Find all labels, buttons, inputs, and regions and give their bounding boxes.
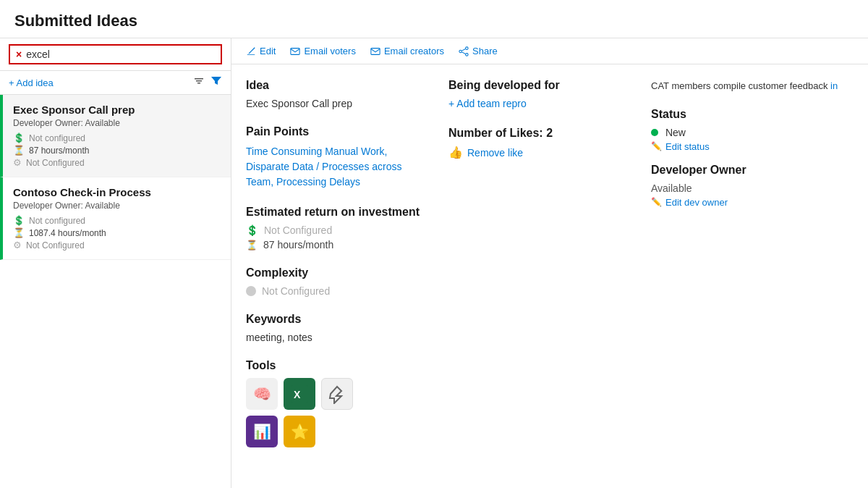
being-developed-section: Being developed for + Add team repro [448, 79, 629, 109]
roi-hours-value: 87 hours/month [263, 239, 333, 251]
roi-icon-1: 💲 [13, 132, 25, 143]
search-bar: × excel [0, 38, 231, 71]
keywords-label: Keywords [246, 313, 427, 326]
right-panel: Edit Email voters Email creators Share [231, 38, 868, 488]
email-creators-button[interactable]: Email creators [370, 46, 444, 56]
svg-point-4 [466, 53, 469, 56]
page-header: Submitted Ideas [0, 0, 868, 38]
tools-row-2: 📊 ⭐ [246, 416, 315, 447]
tool-brain-icon: 🧠 [246, 378, 278, 410]
search-value: excel [26, 49, 215, 60]
meta-hours-1: ⏳ 87 hours/month [13, 145, 221, 156]
edit-status-label: Edit status [665, 141, 710, 152]
complexity-circle-icon [246, 286, 256, 296]
status-value-text: New [665, 127, 686, 138]
meta-complexity-label-1: Not Configured [26, 158, 85, 168]
complexity-icon-2: ⚙ [13, 240, 22, 251]
likes-section: Number of Likes: 2 👍 Remove like [448, 127, 629, 159]
meta-roi-2: 💲 Not configured [13, 215, 221, 226]
email-creators-label: Email creators [384, 46, 444, 56]
idea-meta-1: 💲 Not configured ⏳ 87 hours/month ⚙ Not … [13, 132, 221, 168]
add-idea-button[interactable]: + Add idea [9, 77, 54, 88]
complexity-value: Not Configured [262, 285, 330, 297]
edit-button[interactable]: Edit [246, 46, 276, 56]
status-label: Status [651, 108, 854, 121]
remove-like-button[interactable]: 👍 Remove like [448, 146, 629, 159]
status-section: Status New ✏️ Edit status [651, 108, 854, 152]
tools-section: Tools 🧠 X 📊 [246, 359, 427, 447]
meta-hours-label-1: 87 hours/month [29, 146, 89, 156]
meta-complexity-2: ⚙ Not Configured [13, 240, 221, 251]
cat-in-link[interactable]: in [830, 80, 838, 91]
svg-rect-1 [371, 48, 380, 54]
add-team-button[interactable]: + Add team repro [448, 98, 629, 109]
tool-yellow-icon: ⭐ [284, 416, 315, 447]
idea-section: Idea Exec Sponsor Call prep [246, 79, 427, 109]
tool-excel-icon: X [284, 378, 315, 410]
tool-purple-icon: 📊 [246, 416, 278, 447]
tools-icons: 🧠 X 📊 ⭐ [246, 378, 427, 447]
svg-text:X: X [294, 389, 301, 400]
share-button[interactable]: Share [459, 46, 498, 56]
complexity-value-row: Not Configured [246, 285, 427, 297]
idea-owner-1: Developer Owner: Available [13, 118, 221, 128]
complexity-label: Complexity [246, 266, 427, 279]
edit-status-button[interactable]: ✏️ Edit status [651, 141, 854, 152]
pain-points-section: Pain Points Time Consuming Manual Work, … [246, 125, 427, 190]
roi-not-configured-text: Not Configured [264, 224, 332, 236]
roi-hours: ⏳ 87 hours/month [246, 239, 427, 251]
svg-point-3 [459, 50, 462, 53]
filter-icon[interactable] [210, 75, 222, 90]
page-container: Submitted Ideas × excel + Add idea [0, 0, 868, 488]
dev-owner-label: Developer Owner [651, 164, 854, 177]
search-clear-button[interactable]: × [16, 49, 22, 60]
idea-section-value: Exec Sponsor Call prep [246, 98, 427, 109]
svg-point-2 [466, 46, 469, 49]
likes-count-label: Number of Likes: 2 [448, 127, 629, 140]
status-dot-icon [651, 129, 658, 136]
meta-hours-label-2: 1087.4 hours/month [29, 228, 106, 238]
meta-complexity-label-2: Not Configured [26, 240, 85, 251]
pain-points-value: Time Consuming Manual Work, Disparate Da… [246, 144, 427, 190]
edit-dev-pencil-icon: ✏️ [651, 197, 662, 207]
email-voters-button[interactable]: Email voters [290, 46, 356, 56]
left-panel: × excel + Add idea [0, 38, 231, 488]
complexity-section: Complexity Not Configured [246, 266, 427, 297]
idea-section-label: Idea [246, 79, 427, 92]
page-title: Submitted Ideas [14, 12, 854, 30]
detail-col-2: Being developed for + Add team repro Num… [448, 79, 651, 474]
idea-title-2: Contoso Check-in Process [13, 186, 221, 198]
content-area: × excel + Add idea [0, 38, 868, 488]
detail-col-3: CAT members compile customer feedback in… [651, 79, 854, 474]
dev-owner-section: Developer Owner Available ✏️ Edit dev ow… [651, 164, 854, 208]
meta-roi-label-1: Not configured [29, 133, 85, 143]
roi-hours-icon: ⏳ [246, 240, 258, 251]
keywords-value: meeting, notes [246, 332, 427, 343]
share-label: Share [472, 46, 498, 56]
meta-roi-1: 💲 Not configured [13, 132, 221, 143]
toolbar-icons [193, 75, 222, 90]
email-voters-label: Email voters [304, 46, 356, 56]
idea-title-1: Exec Sponsor Call prep [13, 104, 221, 116]
idea-item-1[interactable]: Exec Sponsor Call prep Developer Owner: … [0, 95, 231, 177]
hours-icon-2: ⏳ [13, 227, 25, 238]
status-value-row: New [651, 127, 854, 138]
edit-dev-label: Edit dev owner [665, 197, 728, 208]
idea-owner-2: Developer Owner: Available [13, 201, 221, 211]
detail-toolbar: Edit Email voters Email creators Share [231, 38, 868, 64]
roi-label: Estimated return on investment [246, 206, 427, 219]
svg-rect-0 [291, 48, 299, 54]
roi-dollar-icon: 💲 [246, 224, 258, 236]
idea-item-2[interactable]: Contoso Check-in Process Developer Owner… [0, 177, 231, 260]
edit-label: Edit [260, 46, 276, 56]
sort-icon[interactable] [193, 75, 205, 90]
thumb-up-icon: 👍 [448, 146, 463, 159]
hours-icon-1: ⏳ [13, 145, 25, 156]
cat-note: CAT members compile customer feedback in [651, 79, 854, 93]
list-toolbar: + Add idea [0, 71, 231, 95]
edit-dev-owner-button[interactable]: ✏️ Edit dev owner [651, 197, 854, 208]
roi-not-configured: 💲 Not Configured [246, 224, 427, 236]
being-developed-label: Being developed for [448, 79, 629, 92]
ideas-list: Exec Sponsor Call prep Developer Owner: … [0, 95, 231, 488]
keywords-section: Keywords meeting, notes [246, 313, 427, 343]
